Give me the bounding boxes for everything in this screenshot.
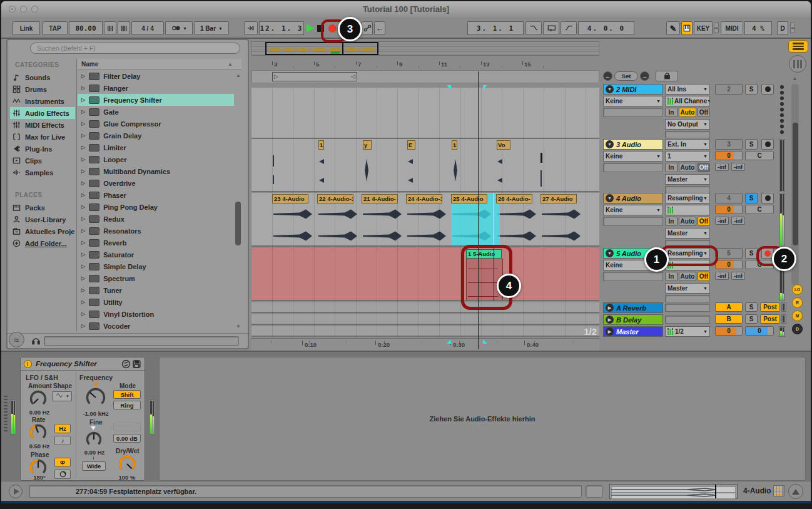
master-cue-out-chooser[interactable]: 1/2▼ — [665, 326, 710, 337]
track-2-monitor-in[interactable]: In — [665, 108, 678, 117]
shape-chooser[interactable]: ▼ — [52, 391, 72, 401]
track-3-input-type[interactable]: Ext. In▼ — [665, 139, 710, 150]
device-list-item[interactable]: ▷Glue Compressor — [78, 118, 234, 130]
track-2-arm-button[interactable] — [761, 84, 774, 95]
track-4-solo-button[interactable]: S — [745, 193, 758, 203]
track-2-device-chooser[interactable]: Keine▼ — [603, 96, 663, 106]
track-2-input-type[interactable]: All Ins▼ — [665, 84, 710, 95]
disclosure-triangle-icon[interactable]: ▷ — [81, 204, 85, 210]
scroll-up-icon[interactable]: ▲ — [792, 75, 798, 81]
link-button[interactable]: Link — [13, 21, 40, 35]
amount-value[interactable]: 0.00 Hz — [22, 409, 57, 416]
device-list-item[interactable]: ▷Reverb — [78, 237, 234, 249]
track-2-number[interactable]: 2 — [715, 84, 743, 95]
track-4-volume[interactable]: 0 — [715, 205, 743, 214]
disclosure-triangle-icon[interactable]: ▷ — [81, 145, 85, 150]
device-list-item[interactable]: ▷Spectrum — [78, 272, 234, 284]
return-b-send-button[interactable]: B — [715, 314, 743, 324]
track-lane-a-reverb[interactable] — [251, 302, 599, 313]
phase-mode-button[interactable]: Φ — [54, 458, 71, 467]
places-item-add-folder-[interactable]: Add Folder... — [10, 237, 75, 249]
loop-start-field[interactable]: 3. 1. 1 — [467, 21, 524, 35]
places-item-packs[interactable]: Packs — [10, 202, 75, 213]
amount-knob[interactable] — [29, 390, 47, 408]
play-button[interactable] — [305, 21, 315, 35]
track-2-input-channel[interactable]: All Channe▼ — [665, 96, 710, 106]
track-3-peak-left[interactable]: -inf — [715, 163, 729, 171]
disclosure-triangle-icon[interactable]: ▷ — [81, 180, 85, 186]
quantization-menu[interactable]: 1 Bar▼ — [194, 21, 229, 35]
track-4-input-type[interactable]: Resampling▼ — [665, 193, 710, 203]
dry-wet-value[interactable]: 100 % — [112, 474, 142, 481]
disclosure-triangle-icon[interactable]: ▷ — [81, 168, 85, 174]
track-4-input-channel[interactable] — [665, 205, 710, 215]
device-list-item[interactable]: ▷Ping Pong Delay — [78, 201, 234, 213]
track-3-input-channel[interactable]: 1▼ — [665, 151, 710, 162]
sidebar-item-sounds[interactable]: Sounds — [10, 71, 75, 83]
fold-icon[interactable]: ▼ — [606, 85, 614, 93]
track-lane-2-midi[interactable] — [251, 88, 599, 139]
show-detail-view-icon[interactable] — [788, 484, 803, 499]
track-5-peak-left[interactable]: -inf — [715, 272, 729, 280]
midi-map-button[interactable]: MIDI — [721, 21, 743, 35]
track-3-arm-button[interactable] — [761, 139, 774, 150]
sidebar-item-audio-effects[interactable]: Audio Effects — [10, 107, 75, 119]
metronome-bars2-icon[interactable] — [118, 21, 130, 35]
disclosure-triangle-icon[interactable]: ▷ — [81, 240, 85, 245]
overdub-d-button[interactable]: D — [777, 21, 788, 35]
session-view-selector-icon[interactable] — [789, 55, 806, 73]
places-item-user-library[interactable]: User-Library — [10, 213, 75, 225]
tempo-field[interactable]: 80.00 — [69, 21, 103, 35]
disclosure-triangle-icon[interactable]: ▷ — [81, 228, 85, 234]
track-name-4-audio[interactable]: ▼4 Audio — [603, 193, 663, 203]
device-list-item[interactable]: ▷Filter Delay — [78, 70, 234, 82]
disclosure-triangle-icon[interactable]: ▷ — [81, 109, 85, 115]
track-3-monitor-off[interactable]: Off — [698, 163, 710, 172]
track-lane-4-audio[interactable]: 23 4-Audio 22 4-Audio-1 21 4-Audio- 24 4… — [251, 193, 599, 247]
rate-value[interactable]: 0.50 Hz — [22, 443, 57, 450]
disclosure-triangle-icon[interactable]: ▷ — [81, 311, 85, 317]
sidebar-item-drums[interactable]: Drums — [10, 83, 75, 95]
sidebar-item-plug-ins[interactable]: Plug-Ins — [10, 143, 75, 155]
disclosure-triangle-icon[interactable]: ▷ — [81, 216, 85, 222]
device-drop-zone[interactable]: Ziehen Sie Audio-Effekte hierhin — [159, 357, 806, 481]
track-3-output[interactable]: Master▼ — [665, 174, 710, 185]
track-name-3-audio[interactable]: ▼3 Audio — [603, 139, 663, 150]
drive-button[interactable]: Drive — [113, 423, 141, 431]
loop-end-marker[interactable]: ◁ — [351, 73, 355, 80]
hot-swap-icon[interactable] — [121, 359, 131, 369]
rate-sync-button[interactable]: ♪ — [54, 436, 71, 445]
loop-brace[interactable]: ▷ ◁ — [272, 72, 357, 81]
disclosure-triangle-icon[interactable]: ▷ — [81, 121, 85, 126]
track-5-monitor-in[interactable]: In — [665, 272, 678, 281]
crossfade-io-button[interactable]: I-O — [792, 284, 803, 295]
track-5-monitor-off[interactable]: Off — [698, 272, 710, 281]
device-list-item[interactable]: ▷Grain Delay — [78, 130, 234, 141]
device-on-icon[interactable] — [24, 360, 32, 368]
disclosure-triangle-icon[interactable]: ▷ — [81, 264, 85, 269]
track-2-solo-button[interactable]: S — [745, 84, 758, 95]
dry-wet-knob[interactable] — [118, 455, 136, 473]
fold-icon[interactable]: ▼ — [606, 249, 614, 257]
mode-shift-button[interactable]: Shift — [113, 390, 141, 399]
sidebar-item-samples[interactable]: Samples — [10, 167, 75, 178]
track-2-monitor-auto[interactable]: Auto — [679, 108, 696, 117]
return-a-send-button[interactable]: A — [715, 302, 743, 312]
list-header-row[interactable]: Name ▲ — [78, 59, 241, 70]
drive-value[interactable]: 0.00 dB — [113, 434, 141, 443]
loop-toggle-icon[interactable] — [543, 21, 559, 35]
frequency-value[interactable]: -1.00 kHz — [78, 410, 113, 417]
spin-mode-button[interactable] — [54, 470, 71, 479]
track-4-number[interactable]: 4 — [715, 193, 743, 203]
scroll-thumb[interactable] — [793, 123, 798, 245]
crossfade-m-button[interactable]: M — [792, 311, 803, 321]
track-4-output[interactable]: Master▼ — [665, 228, 710, 239]
arrangement-clip[interactable]: 26 4-Audio- — [496, 193, 540, 245]
tap-button[interactable]: TAP — [43, 21, 68, 35]
disclosure-triangle-icon[interactable]: ▷ — [81, 192, 85, 198]
sidebar-item-midi-effects[interactable]: MIDI Effects — [10, 119, 75, 131]
device-list-item[interactable]: ▷Simple Delay — [78, 260, 234, 272]
device-list-item[interactable]: ▷Frequency Shifter — [78, 94, 234, 106]
sidebar-item-clips[interactable]: Clips — [10, 155, 75, 167]
mode-ring-button[interactable]: Ring — [113, 401, 141, 409]
